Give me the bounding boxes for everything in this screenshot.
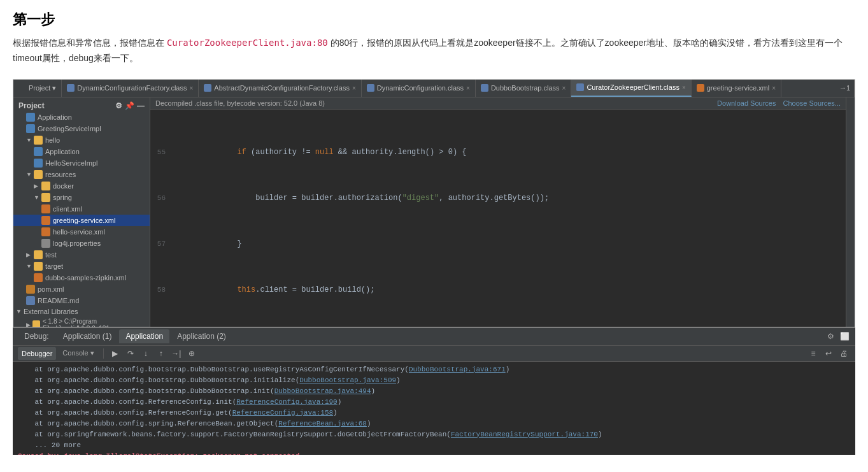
tree-item-readme[interactable]: README.md (13, 295, 150, 306)
tab-dubbo-bootstrap[interactable]: DubboBootstrap.class × (476, 80, 571, 97)
resume-icon[interactable]: ▶ (109, 347, 122, 360)
tree-item-spring[interactable]: ▼ spring (13, 192, 150, 203)
run-to-cursor-icon[interactable]: →| (170, 347, 183, 360)
expand-arrow: ▶ (26, 322, 31, 327)
debug-caused-by: Caused by: java.lang.IllegalStateExcepti… (18, 451, 850, 455)
expand-arrow: ▶ (26, 252, 32, 258)
stack-link[interactable]: DubboBootstrap.java:494 (274, 387, 371, 395)
tree-item-target[interactable]: ▼ target (13, 261, 150, 272)
close-icon[interactable]: × (352, 85, 356, 92)
settings-icon[interactable]: ⚙ (825, 331, 836, 342)
class-icon (67, 84, 75, 92)
debug-tab-app1[interactable]: Application (1) (57, 329, 118, 343)
line-code: this.client = builder.build(); (180, 284, 846, 296)
tree-label: docker (53, 182, 74, 190)
tree-item-external-libs[interactable]: ▼ External Libraries (13, 306, 150, 317)
tree-item-hello[interactable]: ▼ hello (13, 134, 150, 146)
debugger-tab[interactable]: Debugger (18, 347, 56, 360)
tree-item-test[interactable]: ▶ test (13, 249, 150, 261)
tab-label: DynamicConfiguration.class (377, 84, 464, 92)
code-line-55: 55 if (authority != null && authority.le… (150, 147, 846, 158)
tree-label: Application (45, 148, 80, 155)
tree-item-dubbo-samples[interactable]: dubbo-samples-zipkin.xml (13, 272, 150, 283)
article-section: 第一步 根据报错信息和异常信息，报错信息在 CuratorZookeeperCl… (0, 0, 868, 79)
folder-icon (41, 193, 50, 202)
tree-item-hello-service-impl[interactable]: HelloServiceImpl (13, 157, 150, 169)
step-into-icon[interactable]: ↓ (139, 347, 152, 360)
tree-item-application[interactable]: Application (13, 111, 150, 123)
debug-output: at org.apache.dubbo.config.bootstrap.Dub… (13, 362, 855, 455)
ext-libs-label: External Libraries (24, 308, 78, 315)
stack-link[interactable]: ReferenceConfig.java:190 (236, 398, 337, 406)
article-title: 第一步 (13, 10, 855, 29)
sidebar-controls: ⚙ 📌 — (115, 101, 145, 110)
tab-greeting-service[interactable]: greeting-service.xml × (692, 80, 781, 97)
tree-item-greeting-service-xml[interactable]: greeting-service.xml (13, 215, 150, 226)
tree-item-jdk[interactable]: ▶ < 1.8 > C:\Program Files\Java\jdk1.8.0… (13, 317, 150, 327)
class-icon (576, 83, 584, 91)
line-code: } (180, 238, 846, 250)
pin-icon[interactable]: 📌 (125, 101, 134, 110)
debug-output-line: at org.springframework.beans.factory.sup… (18, 429, 850, 440)
print-icon[interactable]: 🖨 (837, 347, 850, 360)
tree-item-log4j[interactable]: log4j.properties (13, 238, 150, 249)
tree-item-client-xml[interactable]: client.xml (13, 203, 150, 215)
settings-icon[interactable]: ⚙ (115, 101, 122, 110)
tree-item-greeting-service-impl[interactable]: GreetingServiceImpl (13, 123, 150, 134)
line-number: 55 (150, 147, 171, 158)
tree-item-hello-service-xml[interactable]: hello-service.xml (13, 226, 150, 238)
debug-tab-group: Debug: Application (1) Application Appli… (18, 329, 232, 343)
stack-link[interactable]: FactoryBeanRegistrySupport.java:170 (451, 431, 598, 438)
stack-link[interactable]: DubboBootstrap.java:671 (409, 366, 506, 373)
stack-link[interactable]: ReferenceBean.java:68 (278, 420, 367, 427)
tab-project[interactable]: Project ▾ (13, 80, 62, 97)
tree-item-docker[interactable]: ▶ docker (13, 180, 150, 192)
line-number: 58 (150, 284, 171, 296)
stack-link[interactable]: DubboBootstrap.java:509 (299, 376, 396, 384)
download-sources-link[interactable]: Download Sources (717, 99, 776, 107)
use-soft-wraps-icon[interactable]: ↩ (822, 347, 835, 360)
debug-tab-app2[interactable]: Application (2) (171, 329, 232, 343)
scroll-to-end-icon[interactable]: ≡ (807, 347, 820, 360)
debug-output-line: at org.apache.dubbo.config.bootstrap.Dub… (18, 386, 850, 397)
tree-label: dubbo-samples-zipkin.xml (45, 274, 126, 282)
sidebar-title: Project (18, 101, 45, 110)
debug-tab-app[interactable]: Application (119, 329, 169, 343)
tree-item-pom[interactable]: pom.xml (13, 283, 150, 295)
tab-curator-client[interactable]: CuratorZookeeperClient.class × (571, 80, 691, 97)
desc-text-before: 根据报错信息和异常信息，报错信息在 (13, 38, 167, 48)
step-out-icon[interactable]: ↑ (155, 347, 167, 360)
evaluate-icon[interactable]: ⊕ (185, 347, 198, 360)
tab-dynamic-config[interactable]: DynamicConfiguration.class × (362, 80, 476, 97)
console-tab[interactable]: Console ▾ (59, 347, 97, 360)
tab-dynamic-config-factory[interactable]: DynamicConfigurationFactory.class × (62, 80, 199, 97)
folder-icon (34, 250, 43, 259)
tree-label: resources (45, 171, 76, 178)
tree-item-resources[interactable]: ▼ resources (13, 169, 150, 180)
expand-icon[interactable]: ⬜ (839, 331, 850, 342)
close-icon[interactable]: × (466, 85, 470, 92)
tree-item-application2[interactable]: Application (13, 146, 150, 157)
debug-output-line: ... 20 more (18, 440, 850, 451)
java-icon (26, 124, 35, 133)
line-code: if (authority != null && authority.lengt… (180, 147, 846, 158)
debug-output-line: at org.apache.dubbo.config.bootstrap.Dub… (18, 364, 850, 375)
java-icon (34, 159, 43, 168)
tab-more[interactable]: →1 (836, 80, 855, 97)
close-icon[interactable]: × (562, 85, 566, 92)
xml-icon (41, 227, 50, 236)
close-icon[interactable]: × (190, 85, 194, 92)
minimize-icon[interactable]: — (137, 101, 145, 110)
close-icon[interactable]: × (772, 85, 776, 92)
stack-link[interactable]: ReferenceConfig.java:158 (232, 409, 333, 417)
step-over-icon[interactable]: ↷ (124, 347, 137, 360)
tab-abstract-config[interactable]: AbstractDynamicConfigurationFactory.clas… (199, 80, 361, 97)
collapse-arrow: ▼ (26, 263, 32, 269)
highlight-code: CuratorZookeeperClient.java:80 (167, 38, 328, 48)
tree-label: target (45, 262, 63, 270)
choose-sources-link[interactable]: Choose Sources... (783, 99, 841, 107)
class-icon (204, 84, 211, 92)
md-icon (26, 296, 35, 305)
debug-output-line: at org.apache.dubbo.config.bootstrap.Dub… (18, 375, 850, 386)
close-icon[interactable]: × (682, 84, 686, 91)
